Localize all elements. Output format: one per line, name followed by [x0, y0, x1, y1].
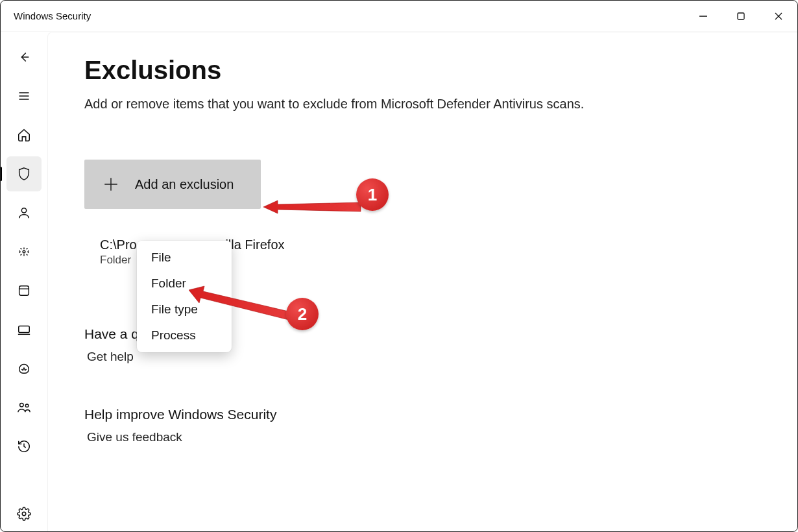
sidebar-device-performance-icon[interactable]	[6, 351, 42, 386]
annotation-arrow-2	[189, 285, 296, 324]
sidebar-firewall-icon[interactable]	[6, 234, 42, 269]
sidebar-device-security-icon[interactable]	[6, 312, 42, 347]
titlebar: Windows Security	[1, 1, 797, 32]
svg-marker-19	[263, 200, 361, 213]
sidebar-protection-history-icon[interactable]	[6, 429, 42, 464]
sidebar-shield-icon[interactable]	[6, 156, 42, 191]
help-improve-heading: Help improve Windows Security	[84, 407, 761, 422]
dropdown-item-process[interactable]: Process	[137, 322, 232, 348]
annotation-badge-2: 2	[286, 298, 319, 330]
annotation-badge-1: 1	[356, 178, 389, 211]
svg-point-9	[23, 250, 25, 253]
svg-point-16	[22, 512, 26, 516]
svg-point-8	[21, 208, 26, 213]
page-title: Exclusions	[84, 56, 761, 85]
svg-rect-1	[738, 13, 744, 19]
minimize-button[interactable]	[684, 1, 722, 32]
add-exclusion-label: Add an exclusion	[135, 177, 234, 192]
add-exclusion-button[interactable]: Add an exclusion	[84, 160, 261, 209]
sidebar	[1, 32, 47, 531]
svg-point-15	[25, 404, 29, 407]
sidebar-account-icon[interactable]	[6, 195, 42, 230]
dropdown-item-file[interactable]: File	[137, 245, 232, 271]
sidebar-app-browser-icon[interactable]	[6, 273, 42, 308]
window-title: Windows Security	[14, 10, 91, 21]
plus-icon	[103, 176, 119, 193]
svg-rect-12	[19, 326, 30, 333]
svg-rect-10	[19, 286, 29, 296]
hamburger-menu-icon[interactable]	[6, 79, 42, 114]
close-button[interactable]	[760, 1, 797, 32]
window-controls	[684, 1, 797, 32]
svg-marker-20	[189, 286, 291, 320]
sidebar-family-icon[interactable]	[6, 390, 42, 425]
feedback-link[interactable]: Give us feedback	[84, 430, 761, 444]
svg-point-14	[20, 404, 23, 407]
annotation-arrow-1	[263, 194, 364, 220]
back-button[interactable]	[6, 40, 42, 75]
sidebar-home-icon[interactable]	[6, 117, 42, 152]
maximize-button[interactable]	[722, 1, 760, 32]
page-description: Add or remove items that you want to exc…	[84, 97, 761, 112]
sidebar-settings-icon[interactable]	[6, 496, 42, 531]
